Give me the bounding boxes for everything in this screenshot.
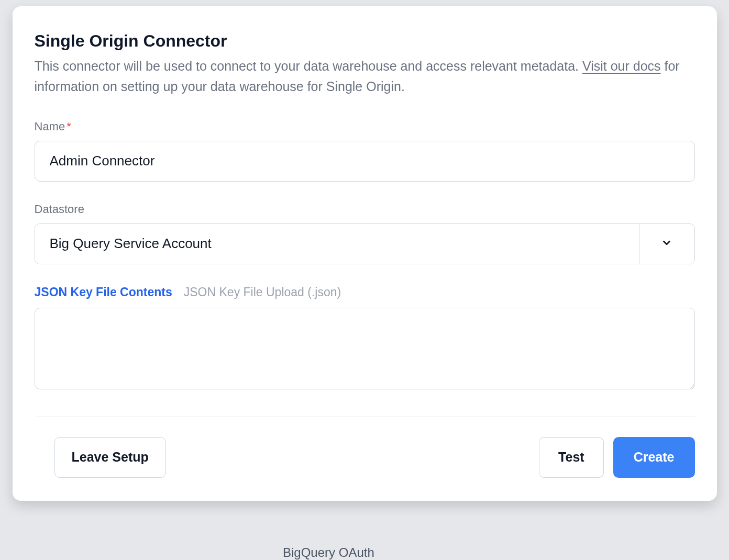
json-tabs: JSON Key File Contents JSON Key File Upl… — [35, 285, 695, 299]
description-text-1: This connector will be used to connect t… — [35, 59, 582, 73]
create-button[interactable]: Create — [613, 437, 695, 478]
name-field-group: Name* — [35, 120, 695, 182]
footer-left: Leave Setup — [35, 437, 539, 478]
json-key-textarea[interactable] — [35, 308, 695, 389]
modal-description: This connector will be used to connect t… — [35, 56, 695, 97]
datastore-label: Datastore — [35, 203, 695, 216]
modal-title: Single Origin Connector — [35, 31, 695, 51]
chevron-down-icon — [661, 237, 672, 251]
required-asterisk: * — [67, 120, 71, 133]
datastore-select[interactable]: Big Query Service Account — [35, 223, 695, 264]
tab-json-contents[interactable]: JSON Key File Contents — [35, 285, 172, 299]
footer-divider — [35, 417, 695, 417]
modal-overlay: Single Origin Connector This connector w… — [0, 0, 729, 560]
json-key-section: JSON Key File Contents JSON Key File Upl… — [35, 285, 695, 391]
datastore-select-caret[interactable] — [639, 224, 694, 264]
docs-link[interactable]: Visit our docs — [582, 59, 661, 73]
test-button[interactable]: Test — [539, 437, 604, 478]
name-label: Name* — [35, 120, 695, 133]
leave-setup-button[interactable]: Leave Setup — [54, 437, 166, 478]
modal-footer: Leave Setup Test Create — [35, 437, 695, 478]
datastore-field-group: Datastore Big Query Service Account — [35, 203, 695, 264]
tab-json-upload[interactable]: JSON Key File Upload (.json) — [184, 285, 341, 299]
footer-right: Test Create — [539, 437, 694, 478]
connector-modal: Single Origin Connector This connector w… — [13, 6, 717, 501]
name-label-text: Name — [35, 120, 65, 133]
datastore-select-value[interactable]: Big Query Service Account — [35, 224, 639, 264]
name-input[interactable] — [35, 141, 695, 182]
